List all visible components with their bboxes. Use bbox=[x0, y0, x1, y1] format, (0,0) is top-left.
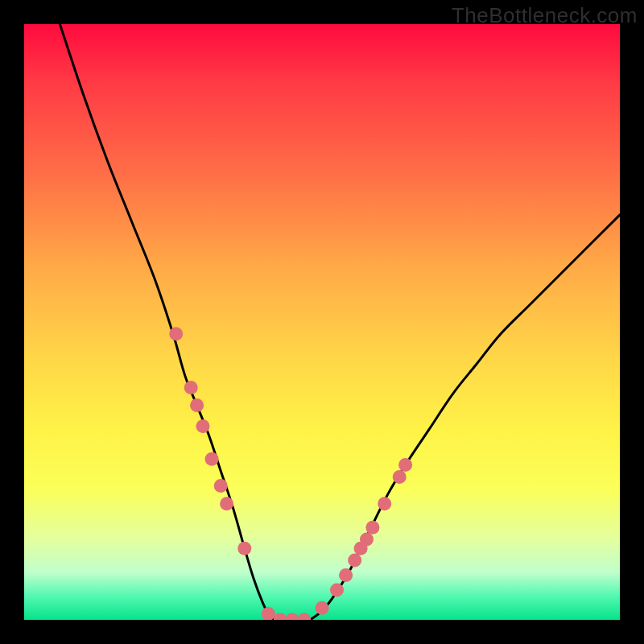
marker-l1 bbox=[169, 327, 183, 341]
marker-l8 bbox=[237, 542, 251, 555]
marker-r8 bbox=[378, 497, 391, 510]
marker-l4 bbox=[196, 419, 210, 433]
marker-l7 bbox=[220, 497, 233, 510]
marker-r9 bbox=[393, 470, 407, 484]
watermark-text: TheBottleneck.com bbox=[452, 3, 638, 28]
marker-l2 bbox=[184, 381, 198, 394]
marker-b2 bbox=[274, 613, 287, 621]
marker-group bbox=[169, 327, 412, 620]
marker-r6 bbox=[360, 533, 374, 547]
marker-l6 bbox=[214, 479, 228, 493]
marker-l5 bbox=[205, 452, 219, 466]
marker-b3 bbox=[286, 613, 299, 621]
marker-b1 bbox=[262, 607, 275, 620]
chart-frame: TheBottleneck.com bbox=[0, 0, 644, 644]
marker-r10 bbox=[398, 458, 412, 472]
plot-area bbox=[24, 24, 620, 620]
chart-svg bbox=[24, 24, 620, 620]
series-left-curve bbox=[60, 24, 274, 620]
marker-r2 bbox=[330, 584, 344, 597]
series-group bbox=[60, 24, 620, 620]
marker-b4 bbox=[297, 613, 311, 621]
marker-r7 bbox=[365, 521, 379, 535]
marker-l3 bbox=[190, 398, 204, 412]
marker-r1 bbox=[316, 601, 329, 615]
marker-r3 bbox=[339, 568, 353, 582]
marker-r4 bbox=[348, 554, 361, 568]
